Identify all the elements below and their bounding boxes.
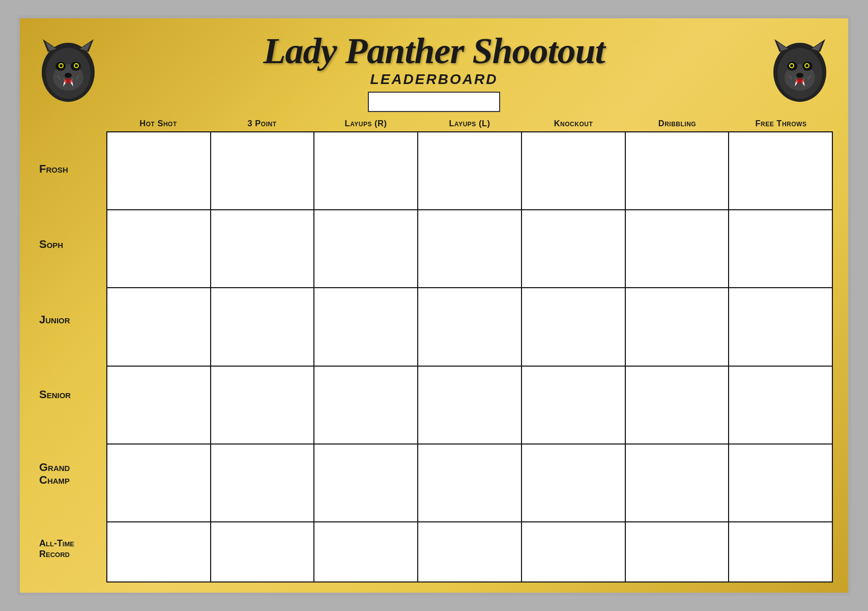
cell-grandchamp-freethrows bbox=[729, 444, 832, 522]
table-row bbox=[107, 366, 832, 444]
col-header-layups-r: Layups (R) bbox=[314, 117, 418, 131]
col-header-3-point: 3 Point bbox=[210, 117, 314, 131]
cell-grandchamp-knockout bbox=[522, 444, 625, 522]
cell-junior-knockout bbox=[522, 288, 625, 366]
cell-alltime-layupsl bbox=[418, 522, 522, 582]
cell-junior-freethrows bbox=[729, 288, 832, 366]
table-row bbox=[107, 522, 832, 582]
row-label-all-time-record: All-Time Record bbox=[35, 515, 106, 582]
svg-point-18 bbox=[59, 77, 61, 79]
cell-alltime-knockout bbox=[522, 522, 625, 582]
col-header-hot-shot: Hot Shot bbox=[106, 117, 210, 131]
col-header-layups-l: Layups (L) bbox=[418, 117, 522, 131]
cell-soph-knockout bbox=[522, 210, 625, 288]
cell-alltime-freethrows bbox=[729, 522, 832, 582]
svg-point-12 bbox=[75, 64, 78, 67]
cell-frosh-knockout bbox=[522, 132, 625, 210]
column-headers: Hot Shot 3 Point Layups (R) Layups (L) K… bbox=[106, 117, 833, 131]
table-row bbox=[107, 288, 832, 366]
cell-junior-dribbling bbox=[625, 288, 729, 366]
cell-soph-dribbling bbox=[625, 210, 729, 288]
row-label-grand-champ: Grand Champ bbox=[35, 432, 106, 515]
cell-frosh-3point bbox=[211, 132, 314, 210]
cell-alltime-hotshot bbox=[107, 522, 211, 582]
svg-point-13 bbox=[65, 73, 72, 78]
svg-point-11 bbox=[60, 64, 63, 67]
cell-senior-dribbling bbox=[625, 366, 729, 444]
cell-grandchamp-layupsr bbox=[314, 444, 418, 522]
leaderboard-board: Lady Panther Shootout LEADERBOARD bbox=[17, 15, 851, 596]
table-row bbox=[107, 132, 832, 210]
cell-frosh-dribbling bbox=[625, 132, 729, 210]
row-label-senior: Senior bbox=[35, 357, 106, 432]
svg-point-16 bbox=[64, 78, 72, 84]
grid-area: Frosh Soph Junior Senior Grand Champ All… bbox=[35, 131, 833, 582]
cell-junior-3point bbox=[211, 288, 314, 366]
cell-junior-layupsl bbox=[418, 288, 522, 366]
cell-alltime-dribbling bbox=[625, 522, 729, 582]
header-center: Lady Panther Shootout LEADERBOARD bbox=[35, 33, 833, 112]
cell-senior-3point bbox=[211, 366, 314, 444]
row-label-frosh: Frosh bbox=[35, 131, 106, 207]
cell-senior-knockout bbox=[522, 366, 625, 444]
cell-frosh-hotshot bbox=[107, 132, 211, 210]
cell-soph-freethrows bbox=[729, 210, 832, 288]
header: Lady Panther Shootout LEADERBOARD bbox=[35, 27, 833, 117]
name-input[interactable] bbox=[368, 92, 500, 112]
cell-frosh-layupsr bbox=[314, 132, 418, 210]
cell-senior-hotshot bbox=[107, 366, 211, 444]
table-row bbox=[107, 444, 832, 522]
cell-grandchamp-hotshot bbox=[107, 444, 211, 522]
cell-junior-hotshot bbox=[107, 288, 211, 366]
cell-soph-layupsr bbox=[314, 210, 418, 288]
cell-alltime-3point bbox=[211, 522, 314, 582]
score-grid bbox=[106, 131, 833, 582]
cell-soph-3point bbox=[211, 210, 314, 288]
cell-soph-layupsl bbox=[418, 210, 522, 288]
cell-grandchamp-dribbling bbox=[625, 444, 729, 522]
row-labels: Frosh Soph Junior Senior Grand Champ All… bbox=[35, 131, 106, 582]
cell-grandchamp-3point bbox=[211, 444, 314, 522]
row-label-junior: Junior bbox=[35, 282, 106, 357]
col-header-knockout: Knockout bbox=[522, 117, 625, 131]
page-title: Lady Panther Shootout bbox=[35, 33, 833, 69]
cell-senior-layupsl bbox=[418, 366, 522, 444]
svg-point-19 bbox=[77, 75, 79, 77]
cell-senior-freethrows bbox=[729, 366, 832, 444]
cell-junior-layupsr bbox=[314, 288, 418, 366]
svg-point-17 bbox=[57, 75, 59, 77]
cell-senior-layupsr bbox=[314, 366, 418, 444]
cell-grandchamp-layupsl bbox=[418, 444, 522, 522]
cell-frosh-layupsl bbox=[418, 132, 522, 210]
row-label-soph: Soph bbox=[35, 207, 106, 282]
panther-logo-left bbox=[35, 37, 101, 108]
cell-alltime-layupsr bbox=[314, 522, 418, 582]
svg-point-20 bbox=[76, 77, 78, 79]
panther-logo-right bbox=[767, 37, 833, 108]
col-header-free-throws: Free Throws bbox=[729, 117, 833, 131]
page-subtitle: LEADERBOARD bbox=[35, 71, 833, 88]
cell-frosh-freethrows bbox=[729, 132, 832, 210]
col-header-dribbling: Dribbling bbox=[625, 117, 729, 131]
table-row bbox=[107, 210, 832, 288]
cell-soph-hotshot bbox=[107, 210, 211, 288]
